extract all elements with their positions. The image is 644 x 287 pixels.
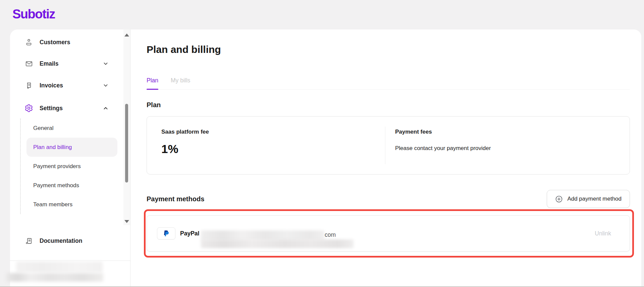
tab-plan[interactable]: Plan xyxy=(147,77,158,89)
sidebar-item-payment-providers[interactable]: Payment providers xyxy=(26,157,117,176)
invoice-icon xyxy=(24,81,33,90)
redacted-email-blur xyxy=(201,239,354,248)
content-panel: Customers Emails xyxy=(10,29,641,287)
sidebar-item-general[interactable]: General xyxy=(26,119,117,138)
payment-fees-block: Payment fees Please contact your payment… xyxy=(385,117,630,174)
sidebar-item-settings[interactable]: Settings xyxy=(10,102,117,114)
sidebar-item-label: Emails xyxy=(40,60,58,67)
sidebar-item-label: Documentation xyxy=(40,237,82,244)
topbar: Subotiz xyxy=(0,0,644,29)
scrollbar-thumb[interactable] xyxy=(125,104,128,183)
plan-section-heading: Plan xyxy=(147,101,630,109)
chevron-down-icon xyxy=(103,83,108,88)
sidebar-item-plan-and-billing[interactable]: Plan and billing xyxy=(26,138,117,157)
payment-fees-note: Please contact your payment provider xyxy=(395,145,630,152)
highlight-annotation-box: PayPal com Unlink xyxy=(144,209,634,258)
settings-subnav: General Plan and billing Payment provide… xyxy=(20,119,117,214)
page-title: Plan and billing xyxy=(147,44,630,56)
documentation-icon xyxy=(24,236,33,245)
mail-icon xyxy=(24,59,33,68)
scroll-up-arrow-icon[interactable] xyxy=(124,33,129,37)
plus-circle-icon xyxy=(555,195,563,203)
scroll-down-arrow-icon[interactable] xyxy=(124,220,129,223)
payment-methods-heading: Payment methods xyxy=(147,195,204,203)
sidebar-item-invoices[interactable]: Invoices xyxy=(10,79,117,91)
saas-fee-value: 1% xyxy=(161,142,385,156)
plan-card: Saas platform fee 1% Payment fees Please… xyxy=(147,116,630,174)
sidebar-scrollbar[interactable] xyxy=(123,29,130,225)
redacted-blur xyxy=(16,262,103,272)
sidebar-item-label: Customers xyxy=(40,39,70,46)
saas-fee-block: Saas platform fee 1% xyxy=(147,117,385,174)
app-logo[interactable]: Subotiz xyxy=(12,7,55,21)
payment-provider-name: PayPal xyxy=(180,230,199,237)
sidebar-item-team-members[interactable]: Team members xyxy=(26,195,117,214)
main-content: Plan and billing Plan My bills Plan Saas… xyxy=(130,29,641,287)
sidebar-item-payment-methods[interactable]: Payment methods xyxy=(26,176,117,195)
sidebar-item-emails[interactable]: Emails xyxy=(10,58,117,70)
redacted-blur xyxy=(6,273,103,282)
unlink-button[interactable]: Unlink xyxy=(595,230,611,237)
paypal-logo xyxy=(157,227,175,239)
payment-fees-label: Payment fees xyxy=(395,129,630,135)
tab-my-bills[interactable]: My bills xyxy=(171,77,190,89)
add-payment-method-label: Add payment method xyxy=(567,196,622,202)
payment-method-row[interactable]: PayPal com Unlink xyxy=(147,215,630,252)
chevron-down-icon xyxy=(103,61,108,66)
saas-fee-label: Saas platform fee xyxy=(161,129,385,135)
email-visible-suffix: com xyxy=(325,231,336,238)
payment-methods-header: Payment methods Add payment method xyxy=(147,190,630,208)
user-profile-redacted[interactable] xyxy=(6,262,105,282)
sidebar-item-customers[interactable]: Customers xyxy=(10,36,117,48)
gear-icon xyxy=(24,104,33,113)
chevron-up-icon xyxy=(103,105,108,111)
sidebar: Customers Emails xyxy=(10,29,130,287)
sidebar-divider xyxy=(10,261,130,261)
user-icon xyxy=(24,38,33,47)
sidebar-item-documentation[interactable]: Documentation xyxy=(10,235,117,247)
add-payment-method-button[interactable]: Add payment method xyxy=(547,190,630,208)
sidebar-item-label: Invoices xyxy=(40,82,63,89)
tab-bar: Plan My bills xyxy=(147,77,630,90)
sidebar-item-label: Settings xyxy=(40,105,63,112)
